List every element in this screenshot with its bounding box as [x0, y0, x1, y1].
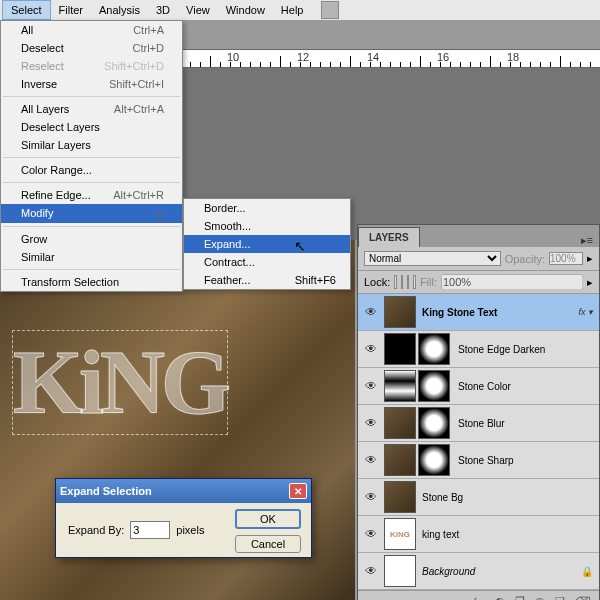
footer-icon-5[interactable]: ⌫ [575, 595, 591, 600]
layer-thumbnail[interactable]: KiNG [384, 518, 416, 550]
layer-list: 👁King Stone Textfx ▾👁Stone Edge Darken👁S… [358, 294, 599, 590]
layer-mask-thumbnail[interactable] [418, 333, 450, 365]
menubar: Select Filter Analysis 3D View Window He… [0, 0, 600, 20]
menu-item-grow[interactable]: Grow [1, 230, 182, 248]
king-text-selection: KiNG [12, 330, 228, 435]
layer-thumbnail[interactable] [384, 555, 416, 587]
layer-row[interactable]: 👁Stone Sharp [358, 442, 599, 479]
menu-item-refineedge[interactable]: Refine Edge...Alt+Ctrl+R [1, 186, 182, 204]
cancel-button[interactable]: Cancel [235, 535, 301, 553]
layer-mask-thumbnail[interactable] [418, 444, 450, 476]
footer-icon-3[interactable]: ◉ [535, 595, 545, 600]
lock-transparent-icon[interactable] [394, 275, 396, 289]
footer-icon-2[interactable]: ❐ [515, 595, 525, 600]
menu-item-modify[interactable]: Modify▸ [1, 204, 182, 223]
separator [3, 182, 180, 183]
menu-item-colorrange[interactable]: Color Range... [1, 161, 182, 179]
menu-item-all[interactable]: AllCtrl+A [1, 21, 182, 39]
footer-icon-1[interactable]: ◐ [495, 595, 505, 600]
ok-button[interactable]: OK [235, 509, 301, 529]
cursor-icon: ↖ [294, 238, 306, 254]
opacity-flyout-icon[interactable]: ▸ [587, 252, 593, 265]
submenu-item-feather[interactable]: Feather...Shift+F6 [184, 271, 350, 289]
visibility-icon[interactable]: 👁 [360, 342, 382, 356]
menu-item-reselect: ReselectShift+Ctrl+D [1, 57, 182, 75]
layer-row[interactable]: 👁Stone Color [358, 368, 599, 405]
menu-window[interactable]: Window [218, 1, 273, 19]
menu-item-transformselection[interactable]: Transform Selection [1, 273, 182, 291]
ruler-mark: 14 [365, 51, 435, 63]
menu-filter[interactable]: Filter [51, 1, 91, 19]
fx-indicator[interactable]: fx ▾ [578, 307, 597, 317]
layers-tab[interactable]: LAYERS [358, 227, 420, 247]
footer-icon-4[interactable]: ❏ [555, 595, 565, 600]
modify-submenu: Border...Smooth...Expand...Contract...Fe… [183, 198, 351, 290]
visibility-icon[interactable]: 👁 [360, 416, 382, 430]
layer-row[interactable]: 👁King Stone Textfx ▾ [358, 294, 599, 331]
layer-name[interactable]: king text [418, 529, 597, 540]
layer-name[interactable]: King Stone Text [418, 307, 578, 318]
menu-item-inverse[interactable]: InverseShift+Ctrl+I [1, 75, 182, 93]
menu-help[interactable]: Help [273, 1, 312, 19]
footer-icon-0[interactable]: fx. [473, 596, 485, 601]
menu-analysis[interactable]: Analysis [91, 1, 148, 19]
layer-row[interactable]: 👁Background🔒 [358, 553, 599, 590]
visibility-icon[interactable]: 👁 [360, 527, 382, 541]
opacity-input[interactable] [549, 252, 583, 265]
visibility-icon[interactable]: 👁 [360, 453, 382, 467]
lock-all-icon[interactable] [413, 275, 415, 289]
dialog-title: Expand Selection [60, 485, 152, 497]
layer-row[interactable]: 👁Stone Blur [358, 405, 599, 442]
submenu-item-contract[interactable]: Contract... [184, 253, 350, 271]
lock-pixels-icon[interactable] [401, 275, 403, 289]
layer-name[interactable]: Stone Edge Darken [454, 344, 597, 355]
visibility-icon[interactable]: 👁 [360, 379, 382, 393]
blend-row: Normal Opacity: ▸ [358, 247, 599, 271]
layer-name[interactable]: Stone Bg [418, 492, 597, 503]
lock-position-icon[interactable] [407, 275, 409, 289]
layer-thumbnail[interactable] [384, 407, 416, 439]
fill-label: Fill: [420, 276, 437, 288]
opacity-label: Opacity: [505, 253, 545, 265]
panel-menu-icon[interactable]: ▸≡ [575, 234, 599, 247]
layer-row[interactable]: 👁KiNGking text [358, 516, 599, 553]
layer-thumbnail[interactable] [384, 370, 416, 402]
expand-by-input[interactable] [130, 521, 170, 539]
workspace-icon[interactable] [321, 1, 339, 19]
layer-name[interactable]: Stone Blur [454, 418, 597, 429]
layer-name[interactable]: Stone Color [454, 381, 597, 392]
visibility-icon[interactable]: 👁 [360, 305, 382, 319]
submenu-item-smooth[interactable]: Smooth... [184, 217, 350, 235]
menu-item-similar[interactable]: Similar [1, 248, 182, 266]
layer-thumbnail[interactable] [384, 296, 416, 328]
visibility-icon[interactable]: 👁 [360, 490, 382, 504]
select-dropdown: AllCtrl+ADeselectCtrl+DReselectShift+Ctr… [0, 20, 183, 292]
submenu-item-expand[interactable]: Expand... [184, 235, 350, 253]
blend-mode-select[interactable]: Normal [364, 251, 501, 266]
panel-tab-bar: LAYERS ▸≡ [358, 225, 599, 247]
layer-name[interactable]: Stone Sharp [454, 455, 597, 466]
layer-mask-thumbnail[interactable] [418, 407, 450, 439]
layers-footer: fx.◐❐◉❏⌫ [358, 590, 599, 600]
layer-row[interactable]: 👁Stone Edge Darken [358, 331, 599, 368]
dialog-titlebar[interactable]: Expand Selection ✕ [56, 479, 311, 503]
fill-flyout-icon[interactable]: ▸ [587, 276, 593, 289]
close-icon[interactable]: ✕ [289, 483, 307, 499]
menu-select[interactable]: Select [2, 0, 51, 20]
menu-item-similarlayers[interactable]: Similar Layers [1, 136, 182, 154]
menu-3d[interactable]: 3D [148, 1, 178, 19]
layer-thumbnail[interactable] [384, 333, 416, 365]
layer-thumbnail[interactable] [384, 444, 416, 476]
menu-view[interactable]: View [178, 1, 218, 19]
layer-thumbnail[interactable] [384, 481, 416, 513]
separator [3, 269, 180, 270]
menu-item-deselectlayers[interactable]: Deselect Layers [1, 118, 182, 136]
layer-name[interactable]: Background [418, 566, 581, 577]
menu-item-alllayers[interactable]: All LayersAlt+Ctrl+A [1, 100, 182, 118]
submenu-item-border[interactable]: Border... [184, 199, 350, 217]
layer-row[interactable]: 👁Stone Bg [358, 479, 599, 516]
menu-item-deselect[interactable]: DeselectCtrl+D [1, 39, 182, 57]
visibility-icon[interactable]: 👁 [360, 564, 382, 578]
fill-input[interactable] [441, 274, 583, 290]
layer-mask-thumbnail[interactable] [418, 370, 450, 402]
